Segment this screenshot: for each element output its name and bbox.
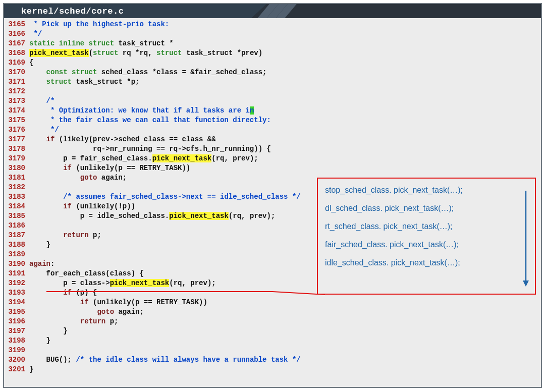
line-code: pick_next_task(struct rq *rq, struct tas… xyxy=(29,48,541,58)
code-line: 3169{ xyxy=(4,58,541,68)
code-line: 3166 */ xyxy=(4,29,541,39)
line-number: 3201 xyxy=(4,365,29,374)
code-line: 3176 */ xyxy=(4,125,541,135)
callout-item: idle_sched_class. pick_next_task(…); xyxy=(325,258,530,267)
line-number: 3191 xyxy=(4,269,29,278)
line-code: } xyxy=(29,365,541,374)
down-arrow-icon xyxy=(521,189,531,288)
line-number: 3197 xyxy=(4,326,29,336)
line-number: 3169 xyxy=(4,58,29,68)
line-code: rq->nr_running == rq->cfs.h_nr_running))… xyxy=(29,144,541,154)
line-number: 3166 xyxy=(4,29,29,39)
code-line: 3180 if (unlikely(p == RETRY_TASK)) xyxy=(4,163,541,173)
line-number: 3165 xyxy=(4,20,29,29)
code-line: 3168pick_next_task(struct rq *rq, struct… xyxy=(4,48,541,58)
code-line: 3194 if (unlikely(p == RETRY_TASK)) xyxy=(4,298,541,307)
line-number: 3179 xyxy=(4,154,29,163)
code-line: 3196 return p; xyxy=(4,317,541,326)
line-code xyxy=(29,87,541,96)
file-path: kernel/sched/core.c xyxy=(21,7,124,16)
line-number: 3188 xyxy=(4,240,29,250)
line-number: 3192 xyxy=(4,278,29,288)
code-line: 3199 xyxy=(4,346,541,355)
code-line: 3195 goto again; xyxy=(4,307,541,317)
line-code: */ xyxy=(29,29,541,39)
code-line: 3165 * Pick up the highest-prio task: xyxy=(4,20,541,29)
code-line: 3171 struct task_struct *p; xyxy=(4,77,541,87)
line-code: * Optimization: we know that if all task… xyxy=(29,106,541,116)
line-number: 3173 xyxy=(4,96,29,106)
line-number: 3185 xyxy=(4,211,29,221)
line-number: 3182 xyxy=(4,183,29,192)
line-number: 3172 xyxy=(4,87,29,96)
line-code: } xyxy=(29,326,541,336)
line-number: 3189 xyxy=(4,250,29,259)
code-line: 3201} xyxy=(4,365,541,374)
line-number: 3193 xyxy=(4,288,29,298)
line-number: 3171 xyxy=(4,77,29,87)
line-code: if (unlikely(p == RETRY_TASK)) xyxy=(29,298,541,307)
line-number: 3199 xyxy=(4,346,29,355)
line-code: goto again; xyxy=(29,307,541,317)
line-number: 3178 xyxy=(4,144,29,154)
code-line: 3172 xyxy=(4,87,541,96)
sched-class-list-callout: stop_sched_class. pick_next_task(…); dl_… xyxy=(317,178,536,295)
line-number: 3190 xyxy=(4,259,29,269)
line-code: const struct sched_class *class = &fair_… xyxy=(29,68,541,77)
line-number: 3167 xyxy=(4,39,29,48)
code-line: 3179 p = fair_sched_class.pick_next_task… xyxy=(4,154,541,163)
line-code: { xyxy=(29,58,541,68)
line-code: if (unlikely(p == RETRY_TASK)) xyxy=(29,163,541,173)
line-code: } xyxy=(29,336,541,346)
line-number: 3176 xyxy=(4,125,29,135)
callout-item: stop_sched_class. pick_next_task(…); xyxy=(325,186,530,195)
code-frame: kernel/sched/core.c 3165 * Pick up the h… xyxy=(3,3,542,388)
line-code: p = fair_sched_class.pick_next_task(rq, … xyxy=(29,154,541,163)
line-code: static inline struct task_struct * xyxy=(29,39,541,48)
code-line: 3174 * Optimization: we know that if all… xyxy=(4,106,541,116)
code-line: 3170 const struct sched_class *class = &… xyxy=(4,68,541,77)
line-number: 3200 xyxy=(4,355,29,365)
code-line: 3173 /* xyxy=(4,96,541,106)
code-line: 3200 BUG(); /* the idle class will alway… xyxy=(4,355,541,365)
line-number: 3186 xyxy=(4,221,29,231)
line-code xyxy=(29,346,541,355)
line-code: * the fair class we can call that functi… xyxy=(29,116,541,125)
svg-marker-3 xyxy=(523,281,529,287)
line-code: struct task_struct *p; xyxy=(29,77,541,87)
code-line: 3178 rq->nr_running == rq->cfs.h_nr_runn… xyxy=(4,144,541,154)
code-line: 3198 } xyxy=(4,336,541,346)
line-code: * Pick up the highest-prio task: xyxy=(29,20,541,29)
line-number: 3168 xyxy=(4,48,29,58)
code-line: 3197 } xyxy=(4,326,541,336)
callout-item: rt_sched_class. pick_next_task(…); xyxy=(325,222,530,231)
line-code: return p; xyxy=(29,317,541,326)
line-number: 3195 xyxy=(4,307,29,317)
line-number: 3181 xyxy=(4,173,29,183)
line-number: 3170 xyxy=(4,68,29,77)
line-number: 3196 xyxy=(4,317,29,326)
line-code: */ xyxy=(29,125,541,135)
line-number: 3194 xyxy=(4,298,29,307)
line-code: /* xyxy=(29,96,541,106)
line-number: 3198 xyxy=(4,336,29,346)
code-line: 3167static inline struct task_struct * xyxy=(4,39,541,48)
line-number: 3177 xyxy=(4,135,29,144)
line-number: 3175 xyxy=(4,116,29,125)
callout-item: fair_sched_class. pick_next_task(…); xyxy=(325,240,530,249)
line-code: BUG(); /* the idle class will always hav… xyxy=(29,355,541,365)
line-number: 3183 xyxy=(4,192,29,202)
file-header: kernel/sched/core.c xyxy=(4,4,541,18)
header-stripes xyxy=(266,4,291,18)
line-number: 3184 xyxy=(4,202,29,211)
code-line: 3177 if (likely(prev->sched_class == cla… xyxy=(4,135,541,144)
callout-item: dl_sched_class. pick_next_task(…); xyxy=(325,204,530,213)
line-number: 3174 xyxy=(4,106,29,116)
line-number: 3187 xyxy=(4,231,29,240)
code-line: 3175 * the fair class we can call that f… xyxy=(4,116,541,125)
line-number: 3180 xyxy=(4,163,29,173)
line-code: if (likely(prev->sched_class == class && xyxy=(29,135,541,144)
